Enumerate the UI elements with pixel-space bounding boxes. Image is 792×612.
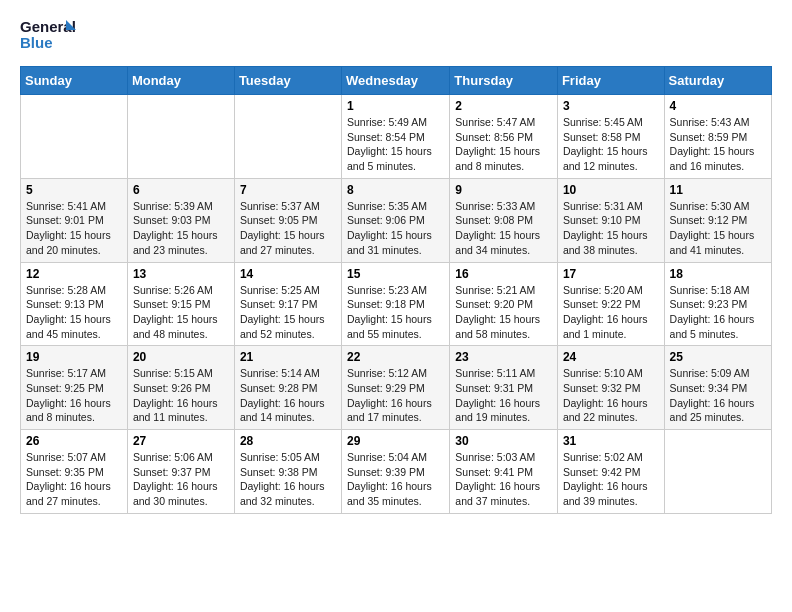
- day-number: 18: [670, 267, 766, 281]
- day-number: 20: [133, 350, 229, 364]
- calendar-cell: [21, 95, 128, 179]
- calendar-cell: 22Sunrise: 5:12 AM Sunset: 9:29 PM Dayli…: [342, 346, 450, 430]
- calendar-cell: [127, 95, 234, 179]
- day-info: Sunrise: 5:45 AM Sunset: 8:58 PM Dayligh…: [563, 115, 659, 174]
- day-info: Sunrise: 5:25 AM Sunset: 9:17 PM Dayligh…: [240, 283, 336, 342]
- day-info: Sunrise: 5:03 AM Sunset: 9:41 PM Dayligh…: [455, 450, 552, 509]
- day-info: Sunrise: 5:02 AM Sunset: 9:42 PM Dayligh…: [563, 450, 659, 509]
- calendar-cell: 15Sunrise: 5:23 AM Sunset: 9:18 PM Dayli…: [342, 262, 450, 346]
- day-info: Sunrise: 5:11 AM Sunset: 9:31 PM Dayligh…: [455, 366, 552, 425]
- day-number: 19: [26, 350, 122, 364]
- calendar-cell: 12Sunrise: 5:28 AM Sunset: 9:13 PM Dayli…: [21, 262, 128, 346]
- calendar-week-row: 12Sunrise: 5:28 AM Sunset: 9:13 PM Dayli…: [21, 262, 772, 346]
- calendar-cell: 31Sunrise: 5:02 AM Sunset: 9:42 PM Dayli…: [557, 430, 664, 514]
- day-number: 6: [133, 183, 229, 197]
- day-number: 7: [240, 183, 336, 197]
- day-info: Sunrise: 5:18 AM Sunset: 9:23 PM Dayligh…: [670, 283, 766, 342]
- day-info: Sunrise: 5:28 AM Sunset: 9:13 PM Dayligh…: [26, 283, 122, 342]
- col-header-monday: Monday: [127, 67, 234, 95]
- day-info: Sunrise: 5:47 AM Sunset: 8:56 PM Dayligh…: [455, 115, 552, 174]
- day-info: Sunrise: 5:41 AM Sunset: 9:01 PM Dayligh…: [26, 199, 122, 258]
- calendar-cell: 13Sunrise: 5:26 AM Sunset: 9:15 PM Dayli…: [127, 262, 234, 346]
- calendar-cell: [234, 95, 341, 179]
- day-number: 4: [670, 99, 766, 113]
- day-number: 27: [133, 434, 229, 448]
- svg-text:Blue: Blue: [20, 34, 53, 51]
- calendar-cell: 16Sunrise: 5:21 AM Sunset: 9:20 PM Dayli…: [450, 262, 558, 346]
- calendar-cell: 1Sunrise: 5:49 AM Sunset: 8:54 PM Daylig…: [342, 95, 450, 179]
- col-header-thursday: Thursday: [450, 67, 558, 95]
- col-header-sunday: Sunday: [21, 67, 128, 95]
- day-number: 10: [563, 183, 659, 197]
- calendar-cell: 4Sunrise: 5:43 AM Sunset: 8:59 PM Daylig…: [664, 95, 771, 179]
- page-header: GeneralBlue: [20, 16, 772, 56]
- calendar-cell: 11Sunrise: 5:30 AM Sunset: 9:12 PM Dayli…: [664, 178, 771, 262]
- day-info: Sunrise: 5:39 AM Sunset: 9:03 PM Dayligh…: [133, 199, 229, 258]
- day-number: 29: [347, 434, 444, 448]
- day-info: Sunrise: 5:06 AM Sunset: 9:37 PM Dayligh…: [133, 450, 229, 509]
- calendar-cell: 9Sunrise: 5:33 AM Sunset: 9:08 PM Daylig…: [450, 178, 558, 262]
- day-info: Sunrise: 5:43 AM Sunset: 8:59 PM Dayligh…: [670, 115, 766, 174]
- calendar-cell: 28Sunrise: 5:05 AM Sunset: 9:38 PM Dayli…: [234, 430, 341, 514]
- logo: GeneralBlue: [20, 16, 80, 56]
- day-number: 3: [563, 99, 659, 113]
- calendar-cell: 14Sunrise: 5:25 AM Sunset: 9:17 PM Dayli…: [234, 262, 341, 346]
- col-header-friday: Friday: [557, 67, 664, 95]
- day-number: 2: [455, 99, 552, 113]
- day-info: Sunrise: 5:30 AM Sunset: 9:12 PM Dayligh…: [670, 199, 766, 258]
- day-info: Sunrise: 5:07 AM Sunset: 9:35 PM Dayligh…: [26, 450, 122, 509]
- day-info: Sunrise: 5:33 AM Sunset: 9:08 PM Dayligh…: [455, 199, 552, 258]
- day-info: Sunrise: 5:37 AM Sunset: 9:05 PM Dayligh…: [240, 199, 336, 258]
- calendar-cell: 20Sunrise: 5:15 AM Sunset: 9:26 PM Dayli…: [127, 346, 234, 430]
- col-header-saturday: Saturday: [664, 67, 771, 95]
- calendar-cell: 21Sunrise: 5:14 AM Sunset: 9:28 PM Dayli…: [234, 346, 341, 430]
- day-info: Sunrise: 5:21 AM Sunset: 9:20 PM Dayligh…: [455, 283, 552, 342]
- calendar-cell: 25Sunrise: 5:09 AM Sunset: 9:34 PM Dayli…: [664, 346, 771, 430]
- calendar-cell: 30Sunrise: 5:03 AM Sunset: 9:41 PM Dayli…: [450, 430, 558, 514]
- calendar-cell: 19Sunrise: 5:17 AM Sunset: 9:25 PM Dayli…: [21, 346, 128, 430]
- logo-svg: GeneralBlue: [20, 16, 80, 56]
- day-info: Sunrise: 5:10 AM Sunset: 9:32 PM Dayligh…: [563, 366, 659, 425]
- day-info: Sunrise: 5:23 AM Sunset: 9:18 PM Dayligh…: [347, 283, 444, 342]
- calendar-week-row: 5Sunrise: 5:41 AM Sunset: 9:01 PM Daylig…: [21, 178, 772, 262]
- calendar-week-row: 26Sunrise: 5:07 AM Sunset: 9:35 PM Dayli…: [21, 430, 772, 514]
- calendar-cell: 8Sunrise: 5:35 AM Sunset: 9:06 PM Daylig…: [342, 178, 450, 262]
- day-number: 30: [455, 434, 552, 448]
- day-number: 5: [26, 183, 122, 197]
- calendar-week-row: 19Sunrise: 5:17 AM Sunset: 9:25 PM Dayli…: [21, 346, 772, 430]
- day-number: 17: [563, 267, 659, 281]
- day-info: Sunrise: 5:04 AM Sunset: 9:39 PM Dayligh…: [347, 450, 444, 509]
- day-number: 8: [347, 183, 444, 197]
- calendar-cell: 3Sunrise: 5:45 AM Sunset: 8:58 PM Daylig…: [557, 95, 664, 179]
- calendar-cell: 24Sunrise: 5:10 AM Sunset: 9:32 PM Dayli…: [557, 346, 664, 430]
- col-header-wednesday: Wednesday: [342, 67, 450, 95]
- day-number: 11: [670, 183, 766, 197]
- day-number: 24: [563, 350, 659, 364]
- day-info: Sunrise: 5:49 AM Sunset: 8:54 PM Dayligh…: [347, 115, 444, 174]
- day-number: 12: [26, 267, 122, 281]
- calendar-cell: 6Sunrise: 5:39 AM Sunset: 9:03 PM Daylig…: [127, 178, 234, 262]
- day-info: Sunrise: 5:12 AM Sunset: 9:29 PM Dayligh…: [347, 366, 444, 425]
- day-number: 14: [240, 267, 336, 281]
- calendar-cell: 2Sunrise: 5:47 AM Sunset: 8:56 PM Daylig…: [450, 95, 558, 179]
- calendar-cell: 10Sunrise: 5:31 AM Sunset: 9:10 PM Dayli…: [557, 178, 664, 262]
- day-info: Sunrise: 5:31 AM Sunset: 9:10 PM Dayligh…: [563, 199, 659, 258]
- day-info: Sunrise: 5:09 AM Sunset: 9:34 PM Dayligh…: [670, 366, 766, 425]
- day-info: Sunrise: 5:15 AM Sunset: 9:26 PM Dayligh…: [133, 366, 229, 425]
- day-number: 26: [26, 434, 122, 448]
- calendar-cell: 26Sunrise: 5:07 AM Sunset: 9:35 PM Dayli…: [21, 430, 128, 514]
- day-number: 21: [240, 350, 336, 364]
- calendar-week-row: 1Sunrise: 5:49 AM Sunset: 8:54 PM Daylig…: [21, 95, 772, 179]
- day-number: 23: [455, 350, 552, 364]
- calendar-cell: 27Sunrise: 5:06 AM Sunset: 9:37 PM Dayli…: [127, 430, 234, 514]
- day-number: 1: [347, 99, 444, 113]
- day-info: Sunrise: 5:20 AM Sunset: 9:22 PM Dayligh…: [563, 283, 659, 342]
- calendar-cell: 18Sunrise: 5:18 AM Sunset: 9:23 PM Dayli…: [664, 262, 771, 346]
- day-number: 31: [563, 434, 659, 448]
- day-info: Sunrise: 5:14 AM Sunset: 9:28 PM Dayligh…: [240, 366, 336, 425]
- day-number: 15: [347, 267, 444, 281]
- calendar-cell: 5Sunrise: 5:41 AM Sunset: 9:01 PM Daylig…: [21, 178, 128, 262]
- day-info: Sunrise: 5:05 AM Sunset: 9:38 PM Dayligh…: [240, 450, 336, 509]
- day-number: 9: [455, 183, 552, 197]
- day-info: Sunrise: 5:35 AM Sunset: 9:06 PM Dayligh…: [347, 199, 444, 258]
